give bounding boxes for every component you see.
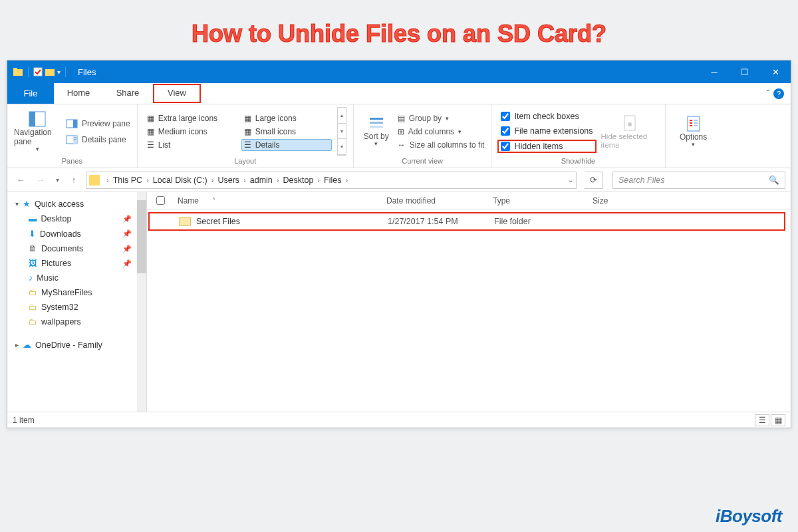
navigation-sidebar[interactable]: ▾ ★ Quick access ▬Desktop📌 ⬇Downloads📌 🗎…	[7, 192, 147, 412]
details-icon: ☰	[244, 140, 251, 150]
layout-list[interactable]: ☰List	[144, 139, 235, 151]
sidebar-quick-access[interactable]: ▾ ★ Quick access	[11, 196, 146, 211]
sidebar-item-documents[interactable]: 🗎Documents📌	[11, 241, 146, 256]
size-all-columns-button[interactable]: ↔Size all columns to fit	[398, 140, 485, 150]
checkbox-input[interactable]	[501, 142, 510, 151]
search-icon[interactable]: 🔍	[769, 175, 779, 185]
options-button[interactable]: Options ▾	[672, 114, 715, 148]
group-show-hide-caption: Show/hide	[498, 156, 658, 166]
back-button[interactable]: ←	[13, 172, 29, 188]
hidden-items-checkbox[interactable]: Hidden items	[498, 140, 595, 152]
maximize-button[interactable]: ☐	[730, 61, 760, 83]
svg-rect-14	[370, 126, 383, 128]
column-header-name[interactable]: Name˄	[174, 196, 386, 205]
list-icon: ☰	[147, 140, 154, 150]
tab-file[interactable]: File	[7, 83, 54, 104]
chevron-right-icon[interactable]: ›	[341, 176, 352, 184]
sidebar-scrollbar[interactable]	[137, 192, 146, 412]
label: Name	[178, 196, 199, 205]
checkbox-icon[interactable]	[33, 67, 43, 76]
up-button[interactable]: ↑	[66, 172, 82, 188]
breadcrumb-desktop[interactable]: Desktop	[283, 176, 313, 185]
folder-small-icon[interactable]	[45, 66, 55, 77]
tab-home[interactable]: Home	[54, 83, 103, 104]
checkbox-input[interactable]	[501, 126, 510, 136]
column-header-size[interactable]: Size	[593, 196, 672, 205]
layout-medium[interactable]: ▦Medium icons	[144, 126, 235, 138]
breadcrumb-admin[interactable]: admin	[250, 176, 273, 185]
file-name-extensions-checkbox[interactable]: File name extensions	[498, 126, 595, 136]
sort-by-button[interactable]: Sort by ▾	[360, 115, 392, 148]
svg-point-16	[628, 122, 632, 126]
chevron-right-icon[interactable]: ›	[313, 176, 324, 184]
chevron-right-icon[interactable]: ›	[239, 176, 250, 184]
thumbnails-view-toggle[interactable]: ▦	[771, 414, 785, 426]
add-columns-button[interactable]: ⊞Add columns ▾	[398, 127, 485, 136]
address-dropdown-icon[interactable]: ⌄	[568, 176, 573, 184]
sidebar-item-pictures[interactable]: 🖼Pictures📌	[11, 256, 146, 271]
search-input[interactable]: Search Files 🔍	[612, 172, 785, 189]
sidebar-onedrive[interactable]: ▸ ☁ OneDrive - Family	[11, 337, 146, 352]
chevron-right-icon[interactable]: ▸	[15, 341, 19, 348]
status-bar: 1 item ☰ ▦	[7, 412, 791, 428]
scrollbar-thumb[interactable]	[137, 200, 146, 273]
chevron-down-icon[interactable]: ▾	[15, 200, 19, 207]
ribbon-tabs: File Home Share View ˆ ?	[7, 83, 791, 104]
minimize-button[interactable]: ─	[699, 61, 730, 83]
label: Extra large icons	[158, 114, 217, 123]
breadcrumb-disk[interactable]: Local Disk (C:)	[153, 176, 207, 185]
sidebar-item-mysharefiles[interactable]: 🗀MyShareFiles	[11, 285, 146, 300]
sidebar-item-desktop[interactable]: ▬Desktop📌	[11, 211, 146, 226]
chevron-down-icon: ▾	[692, 142, 695, 148]
sidebar-item-system32[interactable]: 🗀System32	[11, 300, 146, 315]
breadcrumb[interactable]: › This PC › Local Disk (C:) › Users › ad…	[86, 172, 577, 189]
sidebar-item-wallpapers[interactable]: 🗀wallpapers	[11, 315, 146, 329]
navigation-pane-button[interactable]: Navigation pane ▾	[14, 110, 61, 152]
forward-button[interactable]: →	[33, 172, 49, 188]
pin-icon: 📌	[122, 229, 132, 238]
breadcrumb-this-pc[interactable]: This PC	[113, 176, 142, 185]
layout-extra-large[interactable]: ▦Extra large icons	[144, 112, 235, 124]
tab-share[interactable]: Share	[103, 83, 152, 104]
label: Documents	[41, 244, 83, 253]
file-row-secret-files[interactable]: Secret Files 1/27/2017 1:54 PM File fold…	[148, 212, 785, 231]
column-header-date[interactable]: Date modified	[386, 196, 493, 205]
chevron-right-icon[interactable]: ›	[207, 176, 218, 184]
close-button[interactable]: ✕	[760, 61, 791, 83]
chevron-right-icon[interactable]: ›	[102, 176, 113, 184]
chevron-right-icon[interactable]: ›	[142, 176, 153, 184]
qat-dropdown-icon[interactable]: ▾	[57, 68, 61, 76]
label: Hide selected items	[601, 132, 658, 149]
tab-view[interactable]: View	[152, 83, 201, 104]
refresh-button[interactable]: ⟳	[585, 172, 603, 189]
recent-locations-button[interactable]: ▾	[53, 172, 62, 188]
group-by-button[interactable]: ▤Group by ▾	[398, 114, 485, 123]
chevron-right-icon[interactable]: ›	[273, 176, 283, 184]
file-name: Secret Files	[196, 217, 240, 226]
layout-small[interactable]: ▦Small icons	[241, 126, 332, 138]
column-header-type[interactable]: Type	[493, 196, 593, 205]
preview-pane-button[interactable]: Preview pane	[66, 119, 130, 128]
layout-details[interactable]: ☰Details	[241, 139, 332, 151]
item-count: 1 item	[13, 416, 35, 425]
item-check-boxes-checkbox[interactable]: Item check boxes	[498, 111, 595, 122]
label: OneDrive - Family	[35, 340, 102, 350]
breadcrumb-users[interactable]: Users	[217, 176, 239, 185]
checkbox-input[interactable]	[501, 112, 510, 121]
select-all-checkbox[interactable]	[147, 196, 174, 205]
details-view-toggle[interactable]: ☰	[755, 414, 769, 426]
pin-icon: 📌	[122, 215, 132, 223]
layout-scroll[interactable]: ▴▾▾	[337, 107, 346, 156]
sort-indicator-icon: ˄	[212, 197, 215, 204]
details-pane-button[interactable]: Details pane	[66, 135, 130, 144]
checkbox-input[interactable]	[156, 196, 165, 205]
help-icon[interactable]: ?	[773, 88, 784, 99]
breadcrumb-files[interactable]: Files	[324, 176, 341, 185]
layout-large[interactable]: ▦Large icons	[241, 112, 332, 124]
chevron-up-icon: ˆ	[767, 88, 769, 98]
sidebar-item-music[interactable]: ♪Music	[11, 271, 146, 285]
content-area: ▾ ★ Quick access ▬Desktop📌 ⬇Downloads📌 🗎…	[7, 192, 791, 412]
titlebar: ▾ Files ─ ☐ ✕	[7, 61, 791, 83]
ribbon-collapse[interactable]: ˆ ?	[767, 83, 791, 104]
sidebar-item-downloads[interactable]: ⬇Downloads📌	[11, 226, 146, 241]
